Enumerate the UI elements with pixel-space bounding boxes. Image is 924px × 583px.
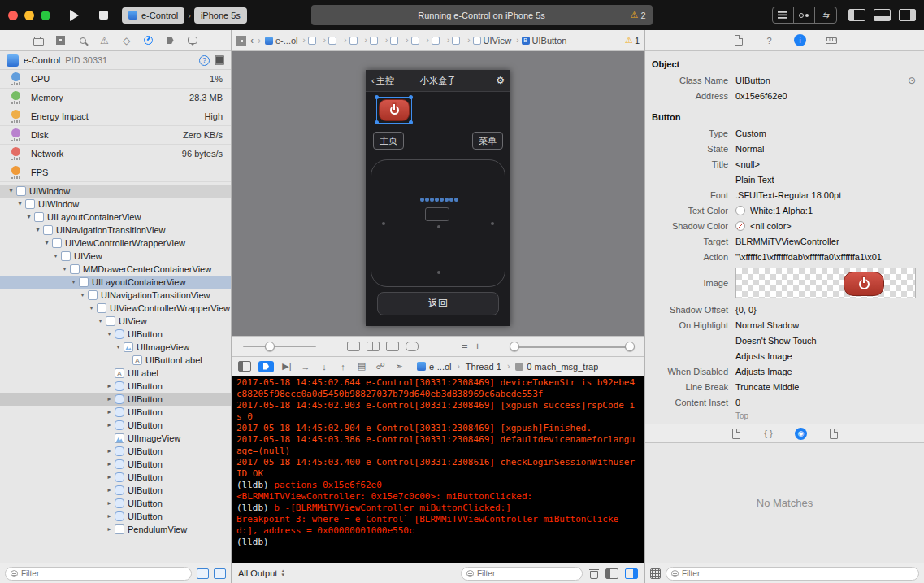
toggle-variables-view-icon[interactable]	[605, 568, 618, 579]
tree-row[interactable]: UIWindow	[0, 198, 231, 211]
memory-graph-icon[interactable]: ☍	[375, 360, 386, 373]
debug-frame-segment[interactable]: 0 mach_msg_trap	[527, 362, 598, 372]
disclosure-triangle[interactable]	[105, 471, 114, 484]
minimize-window-button[interactable]	[24, 11, 34, 20]
tree-row[interactable]: UIViewControllerWrapperView	[0, 302, 231, 315]
disclosure-triangle[interactable]	[42, 237, 51, 250]
scheme-selector[interactable]: e-Control › iPhone 5s	[122, 7, 247, 24]
tree-row[interactable]: UILabel	[0, 367, 231, 380]
gauge-row[interactable]: Network 96 bytes/s	[0, 145, 231, 163]
tree-row[interactable]: UIButton	[0, 510, 231, 523]
disclosure-triangle[interactable]	[60, 263, 69, 276]
jump-bar-segment[interactable]: ›	[452, 36, 472, 45]
clear-console-icon[interactable]	[589, 568, 599, 579]
navigator-filter-input[interactable]	[21, 569, 186, 578]
color-swatch[interactable]	[735, 206, 745, 215]
tree-row[interactable]: UILayoutContainerView	[0, 276, 231, 289]
wireframe-mode-icon[interactable]	[347, 342, 360, 351]
object-inspector-icon[interactable]: i	[794, 34, 807, 47]
tree-row[interactable]: UIButton	[0, 458, 231, 471]
jump-bar-issues[interactable]: ⚠1	[625, 35, 640, 46]
zoom-out-icon[interactable]: −	[449, 342, 455, 351]
tree-row[interactable]: MMDrawerCenterContainerView	[0, 263, 231, 276]
process-row[interactable]: e-Control PID 30331 ?	[0, 51, 231, 70]
console-filter-field[interactable]	[461, 567, 583, 581]
spacing-slider[interactable]	[243, 346, 316, 347]
toggle-navigator-icon[interactable]	[848, 9, 865, 21]
tree-row[interactable]: UIButton	[0, 445, 231, 458]
navigator-filter-field[interactable]	[5, 567, 192, 581]
toggle-console-view-icon[interactable]	[625, 568, 638, 579]
disclosure-triangle[interactable]	[105, 458, 114, 471]
symbol-navigator-icon[interactable]	[54, 34, 67, 47]
step-out-icon[interactable]: ↑	[337, 360, 349, 373]
library-filter-input[interactable]	[682, 569, 913, 578]
run-button[interactable]	[63, 7, 85, 24]
tree-row[interactable]: UIButtonLabel	[0, 354, 231, 367]
visible-range-slider[interactable]	[511, 346, 633, 348]
step-over-icon[interactable]: →	[300, 360, 311, 373]
file-template-library-icon[interactable]	[730, 427, 743, 440]
tree-row[interactable]: UIButton	[0, 419, 231, 432]
home-button[interactable]: 主页	[373, 132, 404, 150]
version-editor-icon[interactable]: ⇆	[815, 7, 836, 23]
tree-row[interactable]: UINavigationTransitionView	[0, 289, 231, 302]
jump-bar-segment[interactable]: ›	[370, 36, 390, 45]
breakpoints-toggle-icon[interactable]	[258, 361, 274, 372]
disclosure-triangle[interactable]	[114, 341, 123, 354]
wireframe-content-mode-icon[interactable]	[367, 342, 380, 351]
assistant-editor-icon[interactable]	[794, 7, 815, 23]
disclosure-triangle[interactable]	[96, 315, 105, 328]
disclosure-triangle[interactable]	[105, 484, 114, 497]
content-mode-icon[interactable]	[386, 342, 399, 351]
gauge-row[interactable]: Disk Zero KB/s	[0, 126, 231, 145]
scheme-device-chip[interactable]: iPhone 5s	[194, 7, 247, 24]
jump-bar-segment[interactable]: ›	[308, 36, 328, 45]
disclosure-triangle[interactable]	[105, 380, 114, 393]
jump-bar-segment[interactable]: e-...ol ›	[265, 36, 308, 46]
tree-row[interactable]: PendulumView	[0, 523, 231, 536]
gauge-row[interactable]: Energy Impact High	[0, 107, 231, 126]
disclosure-triangle[interactable]	[69, 276, 78, 289]
scheme-target-chip[interactable]: e-Control	[122, 7, 184, 24]
tree-row[interactable]: UIImageView	[0, 432, 231, 445]
quick-help-inspector-icon[interactable]: ?	[763, 34, 776, 47]
tree-row[interactable]: UIImageView	[0, 341, 231, 354]
scope-icon[interactable]: ⊙	[908, 75, 916, 86]
jump-bar-segment[interactable]: ›	[390, 36, 410, 45]
gauge-row[interactable]: CPU 1%	[0, 70, 231, 89]
tree-row[interactable]: UIButton	[0, 471, 231, 484]
jump-bar-segment[interactable]: ›	[432, 36, 452, 45]
tree-row[interactable]: UIButton	[0, 484, 231, 497]
disclosure-triangle[interactable]	[7, 185, 15, 198]
disclosure-triangle[interactable]	[15, 198, 24, 211]
tree-row[interactable]: UINavigationTransitionView	[0, 224, 231, 237]
issue-navigator-icon[interactable]: ⚠	[98, 34, 111, 47]
tree-row[interactable]: UIButton	[0, 497, 231, 510]
jump-bar-segment[interactable]: UIButton ›	[522, 36, 567, 46]
library-view-mode-icon[interactable]	[650, 568, 661, 579]
return-button[interactable]: 返回	[377, 292, 499, 315]
device-screenshot[interactable]: ‹ 主控 小米盒子 ⚙ 主页 菜单	[366, 70, 510, 326]
close-window-button[interactable]	[8, 11, 18, 20]
zoom-in-icon[interactable]: +	[475, 342, 481, 351]
toggle-inspector-icon[interactable]	[899, 9, 916, 21]
menu-button[interactable]: 菜单	[472, 132, 503, 150]
report-navigator-icon[interactable]	[186, 34, 199, 47]
memory-chip-icon[interactable]	[215, 55, 224, 65]
process-info-icon[interactable]: ?	[199, 55, 210, 66]
disclosure-triangle[interactable]	[87, 302, 96, 315]
tree-row[interactable]: UIViewControllerWrapperView	[0, 237, 231, 250]
app-back-button[interactable]: ‹ 主控	[371, 75, 394, 87]
console-output-selector[interactable]: All Output ▲▼	[238, 568, 285, 578]
search-navigator-icon[interactable]	[76, 34, 89, 47]
jump-bar-segment[interactable]: ›	[349, 36, 370, 45]
size-inspector-icon[interactable]	[825, 34, 838, 47]
disclosure-triangle[interactable]	[105, 497, 114, 510]
debug-navigator-icon[interactable]	[142, 34, 155, 47]
clip-content-icon[interactable]	[406, 342, 419, 351]
disclosure-triangle[interactable]	[33, 224, 42, 237]
debug-process-segment[interactable]: e-...ol	[429, 362, 452, 372]
console-output[interactable]: 2017-05-18 14:45:02.644 e-Control[30331:…	[232, 376, 644, 563]
jump-bar-segment[interactable]: ›	[328, 36, 349, 45]
